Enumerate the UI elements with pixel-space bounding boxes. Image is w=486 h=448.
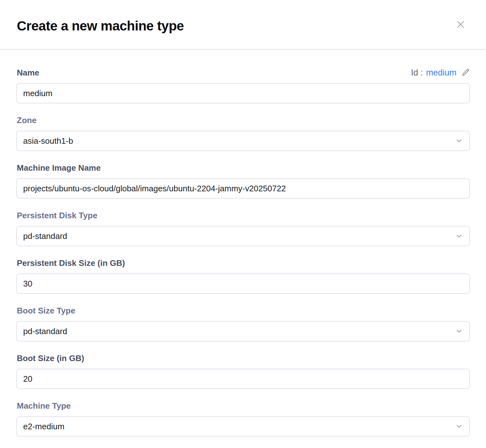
field-group-name: Name Id : medium	[16, 68, 470, 103]
machine-image-name-input[interactable]	[16, 178, 470, 199]
field-group-zone: Zone asia-south1-b	[16, 115, 470, 151]
field-group-persistent-disk-size: Persistent Disk Size (in GB)	[16, 258, 470, 294]
id-display: Id : medium	[411, 68, 470, 78]
close-button[interactable]	[455, 19, 466, 30]
name-input[interactable]	[16, 83, 470, 103]
dialog-title: Create a new machine type	[17, 18, 184, 34]
boot-size-type-select-value: pd-standard	[23, 326, 67, 336]
persistent-disk-type-select-value: pd-standard	[23, 231, 67, 241]
id-prefix-label: Id :	[411, 68, 423, 78]
chevron-down-icon	[455, 423, 463, 430]
dialog-header: Create a new machine type	[0, 0, 486, 50]
machine-type-select-value: e2-medium	[23, 422, 64, 432]
zone-select-value: asia-south1-b	[23, 136, 73, 146]
field-group-persistent-disk-type: Persistent Disk Type pd-standard	[16, 210, 470, 246]
boot-size-field-label: Boot Size (in GB)	[17, 353, 84, 363]
field-group-boot-size-type: Boot Size Type pd-standard	[16, 306, 470, 341]
chevron-down-icon	[455, 327, 463, 335]
zone-select[interactable]: asia-south1-b	[16, 131, 470, 151]
machine-type-field-label: Machine Type	[17, 401, 71, 411]
chevron-down-icon	[455, 232, 463, 240]
field-group-machine-image-name: Machine Image Name	[16, 163, 470, 199]
close-icon	[455, 19, 466, 30]
boot-size-type-field-label: Boot Size Type	[17, 306, 75, 316]
persistent-disk-size-input[interactable]	[16, 273, 470, 294]
pencil-icon[interactable]	[461, 68, 470, 77]
boot-size-input[interactable]	[16, 369, 470, 389]
chevron-down-icon	[455, 137, 463, 145]
field-group-boot-size: Boot Size (in GB)	[16, 353, 470, 389]
machine-type-select[interactable]: e2-medium	[16, 416, 470, 437]
id-value-link[interactable]: medium	[426, 68, 456, 78]
boot-size-type-select[interactable]: pd-standard	[16, 321, 470, 341]
zone-field-label: Zone	[17, 115, 36, 125]
machine-image-name-field-label: Machine Image Name	[17, 163, 101, 173]
persistent-disk-type-select[interactable]: pd-standard	[16, 226, 470, 246]
field-group-machine-type: Machine Type e2-medium	[16, 401, 470, 437]
persistent-disk-type-field-label: Persistent Disk Type	[17, 210, 97, 221]
dialog-body: Name Id : medium Zone asia-south	[0, 50, 486, 448]
persistent-disk-size-field-label: Persistent Disk Size (in GB)	[17, 258, 125, 268]
create-machine-type-dialog: Create a new machine type Name Id : medi…	[0, 0, 486, 448]
name-field-label: Name	[17, 68, 39, 78]
